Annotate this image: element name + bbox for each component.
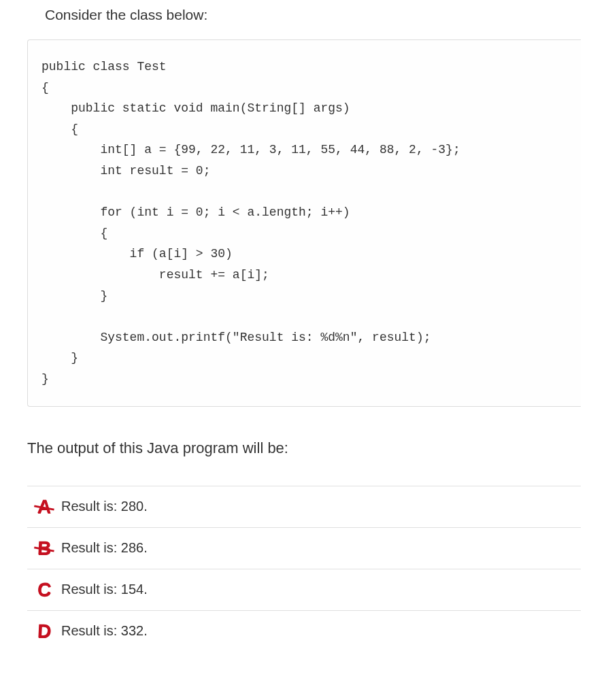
option-text: Result is: 286. xyxy=(61,540,148,556)
option-text: Result is: 280. xyxy=(61,499,148,514)
code-block: public class Test { public static void m… xyxy=(27,39,581,407)
option-letter: B xyxy=(27,537,62,559)
question-intro: Consider the class below: xyxy=(27,7,581,23)
option-letter: A xyxy=(27,496,62,518)
options-list: A Result is: 280. B Result is: 286. C Re… xyxy=(27,486,581,652)
option-b[interactable]: B Result is: 286. xyxy=(27,528,581,569)
option-text: Result is: 332. xyxy=(61,623,148,639)
option-a[interactable]: A Result is: 280. xyxy=(27,486,581,528)
option-letter: C xyxy=(27,579,62,601)
option-d[interactable]: D Result is: 332. xyxy=(27,611,581,652)
question-text: The output of this Java program will be: xyxy=(27,439,581,457)
option-text: Result is: 154. xyxy=(61,582,148,597)
option-c[interactable]: C Result is: 154. xyxy=(27,569,581,611)
option-letter: D xyxy=(27,620,62,642)
